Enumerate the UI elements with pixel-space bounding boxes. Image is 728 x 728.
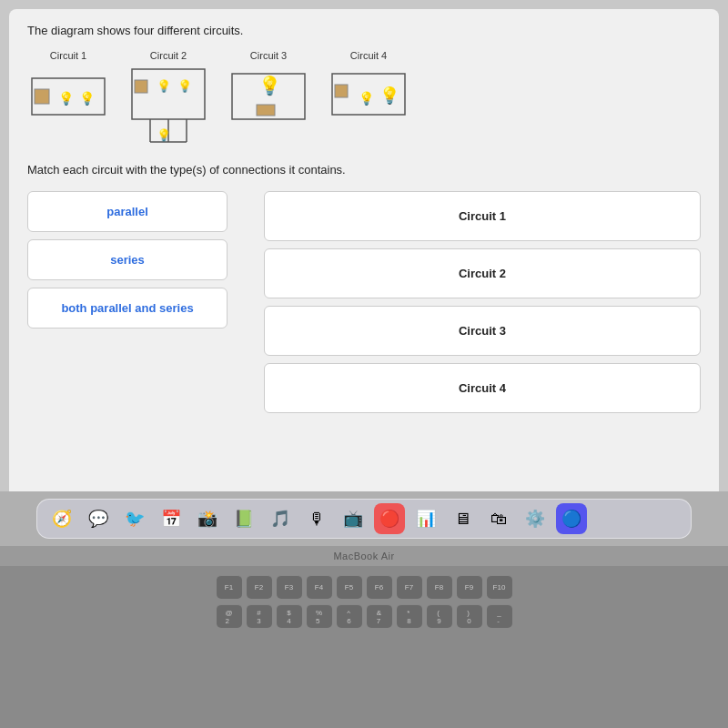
key-f6[interactable]: F6 [367, 575, 392, 599]
dock-red[interactable]: 🔴 [374, 503, 405, 534]
key-f10[interactable]: F10 [487, 575, 512, 599]
dock-tv[interactable]: 📺 [338, 503, 369, 534]
key-f2[interactable]: F2 [247, 575, 272, 599]
svg-rect-5 [135, 80, 147, 93]
key-4[interactable]: $4 [277, 604, 302, 628]
slot-circuit-2[interactable]: Circuit 2 [264, 248, 701, 298]
dock-appstore[interactable]: 🛍 [483, 503, 514, 534]
svg-rect-4 [132, 69, 205, 119]
match-instruction: Match each circuit with the type(s) of c… [27, 163, 701, 177]
key-minus[interactable]: _- [487, 604, 512, 628]
dock-music[interactable]: 🎵 [265, 503, 296, 534]
dock-numbers[interactable]: 📊 [410, 503, 441, 534]
dock-bar: 🧭 💬 🐦 📅 📸 📗 🎵 🎙 📺 🔴 📊 🖥 🛍 ⚙️ 🔵 [36, 499, 692, 539]
dock-finder[interactable]: 🖥 [447, 503, 478, 534]
both-choice[interactable]: both parallel and series [27, 288, 228, 329]
key-3[interactable]: #3 [247, 604, 272, 628]
macbook-label: MacBook Air [333, 551, 394, 561]
key-row-fn: F1 F2 F3 F4 F5 F6 F7 F8 F9 F10 [217, 575, 512, 599]
svg-rect-17 [335, 85, 348, 97]
dock-calendar[interactable]: 📅 [156, 503, 187, 534]
circuit-3-label: Circuit 3 [250, 50, 287, 61]
key-f8[interactable]: F8 [427, 575, 452, 599]
svg-text:💡: 💡 [79, 91, 96, 106]
match-section: parallel series both parallel and series… [27, 191, 701, 413]
svg-text:💡: 💡 [58, 91, 75, 106]
dock-blue[interactable]: 🔵 [556, 503, 587, 534]
svg-rect-15 [257, 105, 275, 116]
slot-circuit-4[interactable]: Circuit 4 [264, 363, 701, 413]
key-9[interactable]: (9 [427, 604, 452, 628]
parallel-choice[interactable]: parallel [27, 191, 228, 232]
svg-text:💡: 💡 [157, 127, 172, 143]
key-6[interactable]: ^6 [337, 604, 362, 628]
dock-messages[interactable]: 💬 [83, 503, 114, 534]
svg-text:💡: 💡 [379, 86, 400, 106]
screen: The diagram shows four different circuit… [9, 9, 719, 491]
svg-text:💡: 💡 [258, 75, 281, 96]
circuit-4-label: Circuit 4 [350, 50, 387, 61]
keyboard-area: F1 F2 F3 F4 F5 F6 F7 F8 F9 F10 @2 #3 $4 … [0, 566, 728, 728]
circuit-4-item: Circuit 4 💡 💡 [328, 50, 410, 128]
circuit-1-item: Circuit 1 💡 💡 [27, 50, 109, 128]
circuit-1-label: Circuit 1 [50, 50, 86, 61]
svg-rect-1 [35, 89, 49, 104]
svg-text:💡: 💡 [359, 91, 375, 106]
series-choice[interactable]: series [27, 239, 228, 280]
circuit-1-diagram: 💡 💡 [27, 65, 109, 128]
key-2[interactable]: @2 [217, 604, 242, 628]
circuit-4-diagram: 💡 💡 [328, 65, 410, 128]
dock-bird[interactable]: 🐦 [119, 503, 150, 534]
dock-settings[interactable]: ⚙️ [520, 503, 551, 534]
key-f7[interactable]: F7 [397, 575, 422, 599]
key-f5[interactable]: F5 [337, 575, 362, 599]
key-8[interactable]: *8 [397, 604, 422, 628]
macbook-label-bar: MacBook Air [0, 546, 728, 566]
laptop-body: 🧭 💬 🐦 📅 📸 📗 🎵 🎙 📺 🔴 📊 🖥 🛍 ⚙️ 🔵 [0, 491, 728, 546]
key-f1[interactable]: F1 [217, 575, 242, 599]
dock-safari[interactable]: 🧭 [46, 503, 77, 534]
circuit-3-item: Circuit 3 💡 [228, 50, 309, 133]
circuit-2-item: Circuit 2 💡 💡 💡 [127, 50, 209, 147]
key-row-num: @2 #3 $4 %5 ^6 &7 *8 (9 )0 _- [217, 604, 512, 628]
key-5[interactable]: %5 [307, 604, 332, 628]
right-column: Circuit 1 Circuit 2 Circuit 3 Circuit 4 [264, 191, 701, 413]
key-f3[interactable]: F3 [277, 575, 302, 599]
circuit-3-diagram: 💡 [228, 65, 309, 133]
circuit-2-label: Circuit 2 [150, 50, 187, 61]
key-7[interactable]: &7 [367, 604, 392, 628]
svg-text:💡: 💡 [157, 78, 172, 94]
key-f9[interactable]: F9 [457, 575, 482, 599]
circuit-2-diagram: 💡 💡 💡 [127, 65, 209, 147]
slot-circuit-1[interactable]: Circuit 1 [264, 191, 701, 241]
left-column: parallel series both parallel and series [27, 191, 228, 413]
dock-podcasts[interactable]: 🎙 [301, 503, 332, 534]
dock-photos[interactable]: 📸 [192, 503, 223, 534]
slot-circuit-3[interactable]: Circuit 3 [264, 306, 701, 356]
circuits-row: Circuit 1 💡 💡 Circuit 2 💡 [27, 50, 701, 147]
dock-notes[interactable]: 📗 [228, 503, 259, 534]
key-0[interactable]: )0 [457, 604, 482, 628]
key-f4[interactable]: F4 [307, 575, 332, 599]
svg-text:💡: 💡 [177, 78, 193, 94]
description-text: The diagram shows four different circuit… [27, 24, 701, 37]
